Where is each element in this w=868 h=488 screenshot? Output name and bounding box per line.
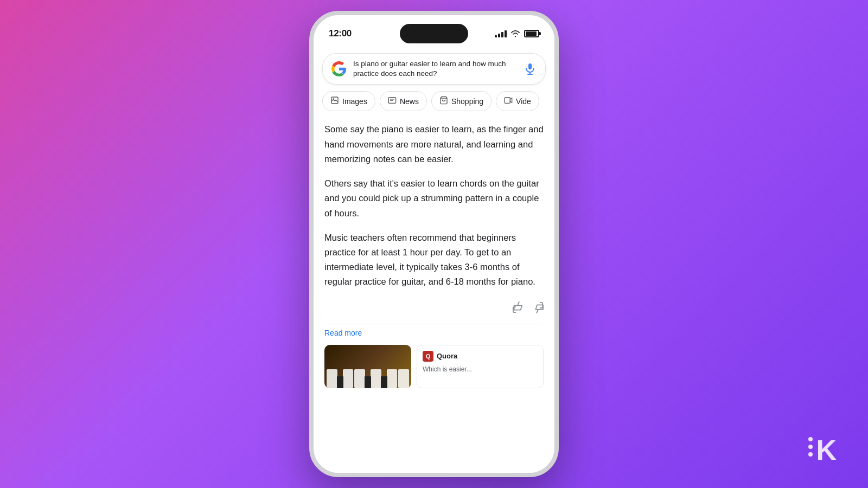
ai-answer-section: Some say the piano is easier to learn, a… <box>314 118 554 473</box>
key-2 <box>337 376 343 388</box>
shopping-tab-icon <box>439 96 448 106</box>
phone-content: Is piano or guitar easier to learn and h… <box>314 47 554 473</box>
key-1 <box>327 369 337 388</box>
read-more-link[interactable]: Read more <box>324 324 544 345</box>
dot-1 <box>808 437 813 441</box>
news-tab-label: News <box>400 97 419 106</box>
shopping-tab-label: Shopping <box>451 97 483 106</box>
tab-news[interactable]: News <box>380 91 427 111</box>
piano-image-card <box>324 345 411 388</box>
quora-source-card[interactable]: Q Quora Which is easier... <box>417 345 544 388</box>
bar1 <box>495 35 497 37</box>
source-name-label: Quora <box>437 352 457 360</box>
dot-2 <box>808 445 813 449</box>
microphone-icon[interactable] <box>524 62 537 75</box>
phone-frame: 12:00 <box>309 11 559 477</box>
signal-bars-icon <box>495 30 507 37</box>
key-5 <box>365 376 371 388</box>
battery-icon <box>524 30 539 37</box>
knowtechie-watermark: K <box>808 434 835 466</box>
key-6 <box>371 369 381 388</box>
svg-rect-0 <box>528 63 532 69</box>
piano-keys-visual <box>324 367 411 388</box>
videos-tab-label: Vide <box>516 97 531 106</box>
tab-shopping[interactable]: Shopping <box>431 91 492 111</box>
search-bar[interactable]: Is piano or guitar easier to learn and h… <box>322 53 546 85</box>
wifi-icon <box>510 30 520 37</box>
key-4 <box>354 369 365 388</box>
images-tab-icon <box>330 96 339 106</box>
status-icons <box>495 30 539 37</box>
search-query-text: Is piano or guitar easier to learn and h… <box>353 59 517 79</box>
svg-rect-5 <box>388 98 395 104</box>
bar2 <box>498 34 500 37</box>
key-3 <box>343 369 354 388</box>
key-8 <box>387 369 398 388</box>
answer-paragraph-1: Some say the piano is easier to learn, a… <box>324 122 544 166</box>
images-tab-label: Images <box>342 97 367 106</box>
watermark-letter: K <box>816 434 835 466</box>
battery-fill <box>526 31 537 36</box>
dynamic-island <box>400 24 468 43</box>
thumbs-up-button[interactable] <box>512 301 524 316</box>
thumbs-down-button[interactable] <box>532 301 544 316</box>
videos-tab-icon <box>504 96 513 106</box>
filter-tabs: Images News Shopping Vide <box>314 91 554 118</box>
svg-rect-9 <box>505 98 510 104</box>
answer-paragraph-3: Music teachers often recommend that begi… <box>324 230 544 290</box>
bar3 <box>501 32 503 37</box>
source-cards: Q Quora Which is easier... <box>324 345 544 390</box>
status-time: 12:00 <box>329 28 352 39</box>
quora-logo-icon: Q <box>423 351 433 362</box>
bar4 <box>505 30 507 37</box>
dot-3 <box>808 452 813 457</box>
watermark-dots <box>808 434 813 457</box>
tab-videos[interactable]: Vide <box>496 91 539 111</box>
ai-answer-text: Some say the piano is easier to learn, a… <box>324 122 544 289</box>
key-9 <box>398 369 409 388</box>
source-snippet-text: Which is easier... <box>423 365 538 374</box>
news-tab-icon <box>388 96 397 106</box>
google-logo-icon <box>331 61 347 76</box>
ai-feedback-actions <box>324 299 544 324</box>
tab-images[interactable]: Images <box>322 91 375 111</box>
source-header: Q Quora <box>423 351 538 362</box>
answer-paragraph-2: Others say that it's easier to learn cho… <box>324 176 544 221</box>
key-7 <box>381 376 387 388</box>
